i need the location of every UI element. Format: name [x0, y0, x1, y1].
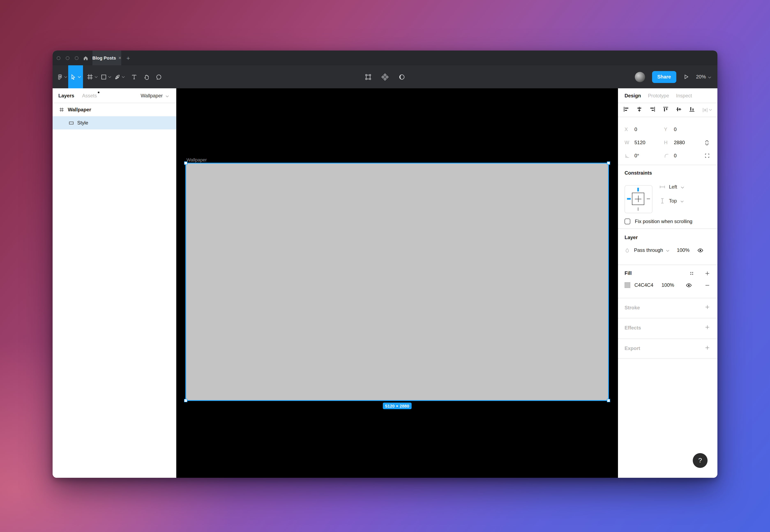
- align-bottom-icon[interactable]: [689, 106, 695, 113]
- comment-tool-button[interactable]: [154, 65, 163, 88]
- figma-window: Blog Posts × +: [53, 51, 717, 478]
- remove-fill-icon[interactable]: [705, 282, 710, 288]
- stroke-section: Stroke: [618, 298, 717, 318]
- layer-row-style[interactable]: Style: [53, 116, 176, 129]
- constraint-top-tick[interactable]: [637, 188, 639, 191]
- canvas[interactable]: Wallpaper 5120 × 2880: [176, 88, 618, 478]
- zoom-dropdown[interactable]: 20%: [696, 74, 711, 80]
- chevron-down-icon: [95, 76, 98, 78]
- frame-label[interactable]: Wallpaper: [187, 157, 207, 162]
- share-button[interactable]: Share: [652, 71, 676, 83]
- selected-frame[interactable]: [186, 164, 608, 400]
- independent-corners-icon[interactable]: [704, 153, 710, 159]
- create-component-button[interactable]: [382, 65, 388, 88]
- layer-row-wallpaper[interactable]: Wallpaper: [53, 103, 176, 116]
- selection-handle-top-left[interactable]: [184, 161, 187, 165]
- shape-tool-button[interactable]: [101, 65, 111, 88]
- vertical-constraint-dropdown[interactable]: Top: [659, 198, 684, 204]
- tab-inspect[interactable]: Inspect: [676, 93, 692, 98]
- toolbar-left-group: [53, 65, 163, 88]
- help-button[interactable]: ?: [693, 453, 708, 468]
- add-export-icon[interactable]: [705, 345, 710, 350]
- edit-object-icon: [365, 73, 372, 80]
- hand-tool-button[interactable]: [142, 65, 150, 88]
- align-right-icon[interactable]: [650, 106, 655, 113]
- zoom-level: 20%: [696, 74, 706, 80]
- selection-handle-bottom-right[interactable]: [607, 399, 610, 402]
- selection-size-badge: 5120 × 2880: [383, 403, 412, 409]
- align-vertical-center-icon[interactable]: [676, 106, 682, 113]
- constraint-left-tick[interactable]: [627, 198, 631, 200]
- alignment-toolbar: [618, 103, 717, 117]
- layer-opacity-field[interactable]: 100%: [677, 247, 689, 253]
- align-horizontal-center-icon[interactable]: [636, 106, 642, 113]
- horizontal-constraint-dropdown[interactable]: Left: [659, 184, 684, 190]
- styles-icon[interactable]: [689, 271, 694, 276]
- fill-section: Fill C4C4C4 100%: [618, 265, 717, 298]
- export-section: Export: [618, 339, 717, 359]
- y-field[interactable]: 0: [674, 127, 703, 132]
- x-field[interactable]: 0: [634, 127, 664, 132]
- close-window-button[interactable]: [57, 56, 60, 60]
- tab-assets[interactable]: Assets: [82, 93, 97, 98]
- tab-prototype[interactable]: Prototype: [648, 93, 669, 98]
- fill-visibility-eye-icon[interactable]: [686, 282, 692, 288]
- fix-position-label: Fix position when scrolling: [635, 219, 692, 224]
- blend-mode-row: Pass through 100%: [625, 245, 711, 255]
- page-selector[interactable]: Wallpaper: [141, 93, 169, 98]
- tab-blog-posts[interactable]: Blog Posts ×: [92, 51, 121, 65]
- present-button[interactable]: [683, 65, 689, 88]
- width-field[interactable]: 5120: [634, 140, 664, 145]
- maximize-window-button[interactable]: [75, 56, 78, 60]
- wh-row: W 5120 H 2880: [625, 138, 711, 147]
- user-avatar[interactable]: [635, 72, 645, 82]
- fill-color-swatch[interactable]: [625, 282, 630, 288]
- layer-section: Layer Pass through 100%: [618, 229, 717, 265]
- vertical-constraint-icon: [659, 198, 665, 204]
- add-fill-icon[interactable]: [705, 271, 710, 276]
- tab-layers[interactable]: Layers: [58, 93, 74, 98]
- tab-close-icon[interactable]: ×: [118, 55, 121, 60]
- chevron-down-icon: [166, 93, 169, 98]
- chevron-down-icon: [122, 76, 125, 78]
- chevron-down-icon: [78, 76, 81, 78]
- edit-object-button[interactable]: [365, 65, 372, 88]
- main-menu-button[interactable]: [56, 65, 68, 88]
- fill-hex-field[interactable]: C4C4C4: [634, 282, 662, 288]
- selection-handle-top-right[interactable]: [607, 161, 610, 165]
- add-effect-icon[interactable]: [705, 325, 710, 330]
- blend-mode-dropdown[interactable]: Pass through: [634, 247, 663, 253]
- height-field[interactable]: 2880: [674, 140, 703, 145]
- constraints-title: Constraints: [625, 170, 711, 176]
- minimize-window-button[interactable]: [66, 56, 69, 60]
- constraint-bottom-tick[interactable]: [638, 207, 638, 211]
- selection-handle-bottom-left[interactable]: [184, 399, 187, 402]
- pen-tool-button[interactable]: [114, 65, 125, 88]
- align-left-icon[interactable]: [623, 106, 629, 113]
- layer-visibility-eye-icon[interactable]: [697, 247, 703, 253]
- tab-design[interactable]: Design: [625, 93, 641, 98]
- constraint-right-tick[interactable]: [647, 198, 650, 199]
- use-as-mask-button[interactable]: [398, 65, 405, 88]
- tab-assets-label: Assets: [82, 93, 97, 98]
- rotation-field[interactable]: 0°: [634, 153, 664, 159]
- move-tool-button[interactable]: [68, 65, 83, 88]
- constrain-proportions-icon[interactable]: [704, 139, 710, 146]
- home-icon[interactable]: [78, 51, 92, 65]
- w-label: W: [625, 140, 634, 145]
- distribute-dropdown[interactable]: [702, 107, 712, 113]
- frame-icon: [87, 74, 93, 80]
- align-top-icon[interactable]: [663, 106, 669, 113]
- text-tool-button[interactable]: [130, 65, 138, 88]
- frame-tool-button[interactable]: [87, 65, 98, 88]
- layer-name: Style: [77, 120, 88, 126]
- new-tab-button[interactable]: +: [121, 51, 135, 65]
- fix-position-checkbox[interactable]: [625, 219, 630, 224]
- add-stroke-icon[interactable]: [705, 304, 710, 310]
- x-label: X: [625, 127, 634, 132]
- constraints-widget[interactable]: [625, 185, 652, 213]
- horizontal-constraint-value: Left: [669, 184, 677, 190]
- corner-radius-field[interactable]: 0: [674, 153, 703, 159]
- comment-icon: [156, 74, 162, 80]
- fill-opacity-field[interactable]: 100%: [662, 282, 674, 288]
